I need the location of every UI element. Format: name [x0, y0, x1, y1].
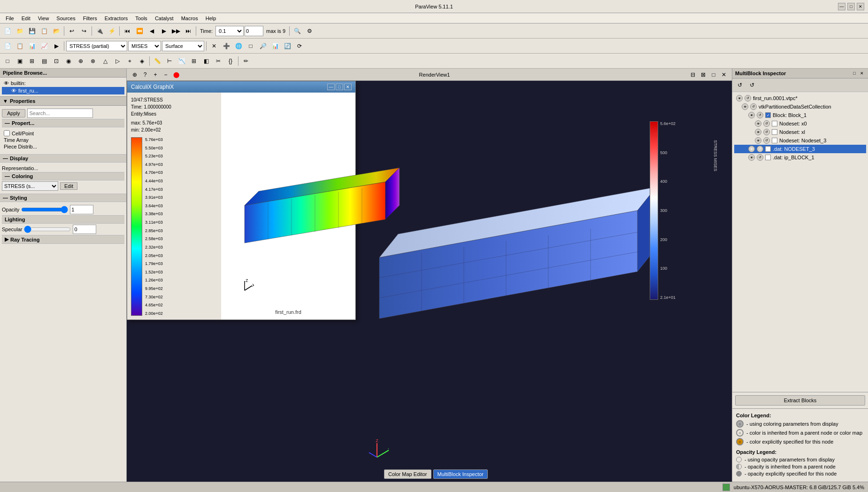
mb-eye-file[interactable]: 👁: [736, 95, 743, 102]
rv-fullscreen-button[interactable]: □: [709, 70, 718, 79]
mb-collection-item[interactable]: 👁 ↺ vtkPartitionedDataSetCollection: [734, 102, 866, 111]
display-header[interactable]: — Display: [0, 154, 126, 163]
tb2-reset[interactable]: ⟳: [294, 40, 305, 52]
mb-close-button[interactable]: ✕: [859, 70, 865, 77]
tb3-chart2[interactable]: 📉: [176, 55, 187, 67]
tb3-btn5[interactable]: ⊡: [51, 55, 62, 67]
menu-view[interactable]: View: [34, 15, 53, 22]
tb3-btn11[interactable]: ⌖: [124, 55, 135, 67]
menu-help[interactable]: Help: [202, 15, 220, 22]
tb2-rotate[interactable]: 🔄: [282, 40, 293, 52]
mb-eye-x0[interactable]: 👁: [755, 120, 761, 127]
minimize-button[interactable]: —: [838, 3, 845, 10]
tb2-btn5[interactable]: ▶: [51, 40, 62, 52]
redo-button[interactable]: ↪: [78, 25, 90, 37]
close-button[interactable]: ✕: [857, 3, 864, 10]
mb-eye-dat3[interactable]: 👁: [748, 146, 755, 152]
mb-nodeset-x0-item[interactable]: 👁 ↺ Nodeset: x0: [734, 119, 866, 128]
mb-file-item[interactable]: 👁 ↺ first_run.0001.vtpc*: [734, 94, 866, 102]
tb3-btn7[interactable]: ⊕: [75, 55, 86, 67]
rv-zoom-button[interactable]: +: [151, 70, 160, 79]
tree-item-builtin[interactable]: 👁 builtin:: [2, 79, 124, 87]
maximize-button[interactable]: □: [847, 3, 855, 10]
mb-check-ipblock[interactable]: [765, 155, 771, 160]
mb-reset-button[interactable]: ↺: [746, 79, 758, 91]
calculix-minimize[interactable]: —: [327, 84, 335, 90]
tb3-pencil[interactable]: ✏: [240, 55, 252, 67]
render-subcanvas[interactable]: Z X first_run.frd: [221, 93, 355, 320]
menu-filters[interactable]: Filters: [79, 15, 101, 22]
tb2-arrow[interactable]: ➕: [221, 40, 232, 52]
connect-button[interactable]: 🔌: [94, 25, 105, 37]
apply-button[interactable]: Apply: [2, 109, 25, 117]
tb3-btn9[interactable]: △: [100, 55, 111, 67]
tb2-chart[interactable]: 📊: [269, 40, 281, 52]
coloring-stress-select[interactable]: STRESS (s...: [2, 181, 58, 191]
mb-eye-xl[interactable]: 👁: [755, 129, 761, 135]
opacity-slider[interactable]: [21, 206, 68, 213]
rv-orient-button[interactable]: ⊕: [131, 70, 139, 79]
tb2-zoom[interactable]: 🔎: [257, 40, 269, 52]
last-frame-button[interactable]: ⏭: [183, 25, 194, 37]
mb-eye-ipblock[interactable]: 👁: [748, 154, 755, 161]
save-state-button[interactable]: 📋: [38, 25, 50, 37]
time-select[interactable]: 0.1: [215, 26, 244, 36]
mb-check-dat3[interactable]: [765, 146, 771, 152]
tb3-btn12[interactable]: ◈: [136, 55, 147, 67]
mb-eye-block1[interactable]: 👁: [748, 112, 755, 118]
rv-help-button[interactable]: ?: [141, 70, 149, 79]
rv-tile-button[interactable]: ⊟: [689, 70, 697, 79]
cell-point-checkbox[interactable]: [4, 130, 10, 136]
mb-check-block1[interactable]: ✓: [765, 112, 771, 118]
menu-extractors[interactable]: Extractors: [101, 15, 132, 22]
surface-select[interactable]: Surface: [162, 41, 204, 51]
opacity-input[interactable]: [70, 205, 93, 214]
mb-eye2-x0[interactable]: ↺: [763, 120, 770, 127]
mb-nodeset3-item[interactable]: 👁 ↺ Nodeset: Nodeset_3: [734, 136, 866, 145]
stress-select[interactable]: STRESS (partial): [66, 41, 127, 51]
search-button[interactable]: 🔍: [292, 25, 303, 37]
color-map-editor-button[interactable]: Color Map Editor: [384, 469, 431, 479]
tb3-braces[interactable]: {}: [225, 55, 236, 67]
mb-eye2-collection[interactable]: ↺: [750, 103, 757, 110]
new-button[interactable]: 📄: [2, 25, 13, 37]
extract-blocks-button[interactable]: Extract Blocks: [735, 395, 865, 406]
mb-eye2-block1[interactable]: ↺: [757, 112, 763, 118]
menu-catalyst[interactable]: Catalyst: [151, 15, 177, 22]
mb-eye2-file[interactable]: ↺: [745, 95, 751, 102]
mb-eye-collection[interactable]: 👁: [742, 103, 748, 110]
mb-eye-nodeset3[interactable]: 👁: [755, 137, 761, 144]
tb2-plus[interactable]: ✕: [208, 40, 220, 52]
tb3-btn6[interactable]: ◉: [63, 55, 74, 67]
settings-button[interactable]: ⚙: [304, 25, 315, 37]
tb3-btn2[interactable]: ▣: [14, 55, 25, 67]
raytracing-header[interactable]: ▶ Ray Tracing: [2, 235, 124, 244]
rv-settings-button[interactable]: ✕: [720, 70, 728, 79]
mb-check-nodeset3[interactable]: [772, 138, 777, 143]
play-button[interactable]: ▶: [158, 25, 169, 37]
multiblock-inspector-button[interactable]: MultiBlock Inspector: [433, 469, 488, 479]
rv-vsplit-button[interactable]: ⊠: [699, 70, 707, 79]
menu-edit[interactable]: Edit: [18, 15, 34, 22]
mb-check-xl[interactable]: [772, 129, 777, 135]
calculix-close[interactable]: ✕: [344, 84, 352, 90]
next-button[interactable]: ▶▶: [170, 25, 182, 37]
prev-frame-button[interactable]: ⏪: [134, 25, 145, 37]
mb-eye2-ipblock[interactable]: ↺: [757, 154, 763, 161]
calculix-titlebar[interactable]: CalculiX GraphiX — □ ✕: [127, 81, 355, 93]
frame-input[interactable]: [245, 26, 263, 36]
menu-file[interactable]: File: [2, 15, 18, 22]
menu-tools[interactable]: Tools: [131, 15, 151, 22]
prev-button[interactable]: ◀: [146, 25, 157, 37]
mb-block1-item[interactable]: 👁 ↺ ✓ Block: Block_1: [734, 111, 866, 119]
load-state-button[interactable]: 📂: [51, 25, 62, 37]
disconnect-button[interactable]: ⚡: [106, 25, 117, 37]
mb-dat-ipblock-item[interactable]: 👁 ↺ .dat: ip_BLOCK_1: [734, 153, 866, 162]
tb3-slice[interactable]: ◧: [200, 55, 212, 67]
tb3-btn10[interactable]: ▷: [112, 55, 123, 67]
menu-macros[interactable]: Macros: [177, 15, 202, 22]
tb2-btn3[interactable]: 📊: [26, 40, 38, 52]
first-frame-button[interactable]: ⏮: [122, 25, 133, 37]
tb2-btn2[interactable]: 📋: [14, 40, 25, 52]
tb2-btn4[interactable]: 📈: [38, 40, 50, 52]
